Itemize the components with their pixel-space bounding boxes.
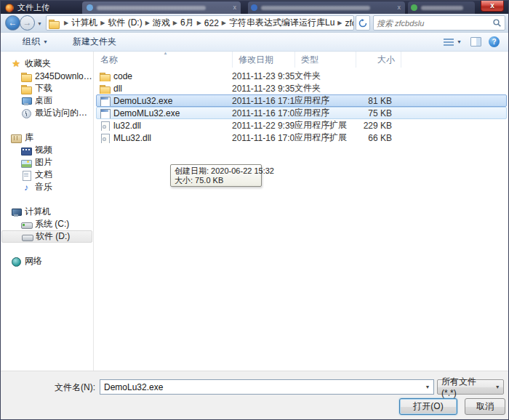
background-browser-tab: x: [82, 1, 241, 14]
filetype-select[interactable]: 所有文件 (*.*) ▼: [437, 379, 504, 395]
column-header-name[interactable]: 名称 ▲: [95, 52, 233, 68]
command-toolbar: 组织 ▼ 新建文件夹 ▼ ?: [1, 33, 508, 52]
breadcrumb-item[interactable]: 字符串表达式编译运行库Lu: [227, 17, 337, 29]
sidebar-item-desktop[interactable]: 桌面: [1, 94, 93, 107]
column-header-date[interactable]: 修改日期: [233, 52, 295, 68]
file-row-mlu32-dll[interactable]: MLu32.dll 2011-11-16 17:00 应用程序扩展 66 KB: [96, 132, 507, 144]
sidebar-item-drive-c[interactable]: 系统 (C:): [1, 218, 93, 230]
tooltip-size: 大小: 75.0 KB: [175, 176, 257, 185]
breadcrumb: ▶ 计算机 ▶ 软件 (D:) ▶ 游戏 ▶ 6月 ▶ 622 ▶ 字符串表达式…: [46, 15, 354, 31]
file-row-demomlu32-exe[interactable]: DemoMLu32.exe 2011-11-16 17:09 应用程序 75 K…: [96, 107, 507, 119]
drive-icon: [21, 219, 31, 230]
sidebar-item-2345downloads[interactable]: 2345Downloads: [1, 70, 93, 82]
refresh-button[interactable]: [356, 15, 370, 31]
new-folder-button[interactable]: 新建文件夹: [67, 33, 122, 50]
documents-icon: [21, 170, 31, 180]
drive-icon: [22, 232, 32, 242]
history-dropdown-icon[interactable]: ▼: [37, 21, 42, 26]
file-row-demolu32-exe[interactable]: DemoLu32.exe 2011-11-16 17:10 应用程序 81 KB: [96, 94, 507, 107]
folder-icon: [21, 71, 31, 81]
tab-favicon: [251, 4, 257, 11]
refresh-icon: [358, 19, 367, 28]
file-info-tooltip: 创建日期: 2020-06-22 15:32 大小: 75.0 KB: [170, 164, 262, 187]
breadcrumb-item[interactable]: zfcbdslu: [343, 18, 355, 28]
recent-places-icon: [21, 108, 31, 118]
tooltip-created-date: 创建日期: 2020-06-22 15:32: [175, 166, 257, 176]
file-row-code[interactable]: code 2011-11-23 9:35 文件夹: [96, 70, 507, 82]
forward-button[interactable]: →: [20, 15, 35, 31]
search-box: [373, 15, 505, 31]
sort-ascending-icon: ▲: [164, 51, 168, 55]
filetype-dropdown-icon: ▼: [492, 380, 503, 394]
videos-icon: [21, 145, 31, 156]
sidebar-group-libraries[interactable]: 库: [1, 132, 93, 144]
sidebar-group-network[interactable]: 网络: [1, 255, 93, 267]
column-headers: 名称 ▲ 修改日期 类型 大小: [95, 52, 508, 68]
navigation-pane: ★ 收藏夹 2345Downloads 下载 桌面 最近访问的位置 库: [1, 52, 94, 371]
search-input[interactable]: [377, 19, 492, 28]
chevron-down-icon: ▼: [43, 39, 48, 44]
sidebar-group-favorites[interactable]: ★ 收藏夹: [1, 57, 93, 70]
background-browser-tab: x: [248, 1, 405, 14]
filename-input[interactable]: [100, 382, 422, 392]
music-icon: ♪: [21, 182, 31, 193]
tab-favicon: [87, 4, 93, 11]
column-header-type[interactable]: 类型: [295, 52, 356, 68]
dialog-title: 文件上传: [17, 2, 49, 13]
close-button[interactable]: x: [481, 1, 504, 12]
sidebar-item-pictures[interactable]: 图片: [1, 156, 93, 169]
filename-label: 文件名(N):: [1, 381, 95, 394]
file-row-dll[interactable]: dll 2011-11-23 9:35 文件夹: [96, 82, 507, 94]
breadcrumb-item[interactable]: 计算机: [69, 17, 100, 29]
chevron-down-icon: ▼: [457, 39, 462, 44]
network-icon: [11, 257, 21, 267]
tab-close-icon: x: [233, 4, 237, 11]
dialog-content: ★ 收藏夹 2345Downloads 下载 桌面 最近访问的位置 库: [1, 52, 508, 371]
breadcrumb-item[interactable]: 软件 (D:): [105, 17, 144, 29]
computer-icon: [11, 207, 21, 217]
folder-icon: [100, 71, 110, 81]
downloads-folder-icon: [21, 84, 31, 94]
address-bar-row: ← → ▼ ▶ 计算机 ▶ 软件 (D:) ▶ 游戏 ▶ 6月 ▶ 622 ▶ …: [1, 14, 508, 33]
sidebar-item-drive-d[interactable]: 软件 (D:): [1, 230, 92, 243]
sidebar-item-documents[interactable]: 文档: [1, 169, 93, 181]
filename-combobox: ▼: [100, 379, 434, 395]
back-button[interactable]: ←: [5, 15, 20, 31]
sidebar-item-downloads[interactable]: 下载: [1, 82, 93, 94]
file-upload-dialog: x x 文件上传 x ← → ▼ ▶ 计算机 ▶ 软件 (D:) ▶ 游戏: [0, 0, 509, 420]
open-button[interactable]: 打开(O): [399, 398, 457, 415]
file-list: 名称 ▲ 修改日期 类型 大小 code 2011-11-23 9:35 文件夹: [95, 52, 508, 371]
sidebar-item-recent-places[interactable]: 最近访问的位置: [1, 107, 93, 119]
cancel-button[interactable]: 取消: [465, 398, 505, 415]
tab-close-icon: x: [398, 4, 401, 11]
sidebar-group-computer[interactable]: 计算机: [1, 206, 93, 218]
background-browser-tab: [408, 1, 475, 14]
application-icon: [100, 96, 110, 106]
libraries-icon: [11, 133, 21, 143]
dialog-app-icon: [5, 4, 14, 12]
application-icon: [100, 108, 110, 118]
preview-pane-button[interactable]: [470, 37, 481, 47]
sidebar-item-videos[interactable]: 视频: [1, 144, 93, 156]
views-icon: [444, 38, 454, 46]
help-button[interactable]: ?: [489, 36, 500, 47]
breadcrumb-item[interactable]: 游戏: [151, 17, 172, 29]
breadcrumb-item[interactable]: 6月: [178, 17, 196, 29]
star-icon: ★: [11, 59, 21, 69]
organize-button[interactable]: 组织 ▼: [17, 33, 54, 50]
search-icon: [492, 18, 502, 28]
dialog-footer: 文件名(N): ▼ 所有文件 (*.*) ▼ 打开(O) 取消: [1, 371, 508, 420]
dll-file-icon: [100, 133, 110, 143]
desktop-icon: [21, 96, 31, 106]
breadcrumb-item[interactable]: 622: [202, 18, 221, 28]
pictures-icon: [21, 158, 31, 168]
file-row-lu32-dll[interactable]: lu32.dll 2011-11-22 9:39 应用程序扩展 229 KB: [96, 119, 507, 132]
sidebar-item-music[interactable]: ♪ 音乐: [1, 181, 93, 193]
folder-icon: [100, 84, 110, 94]
change-view-button[interactable]: ▼: [442, 36, 463, 48]
tab-favicon: [411, 4, 417, 11]
column-header-size[interactable]: 大小: [356, 52, 401, 68]
dll-file-icon: [100, 121, 110, 131]
filename-dropdown-icon[interactable]: ▼: [422, 380, 433, 394]
folder-icon: [49, 18, 60, 28]
